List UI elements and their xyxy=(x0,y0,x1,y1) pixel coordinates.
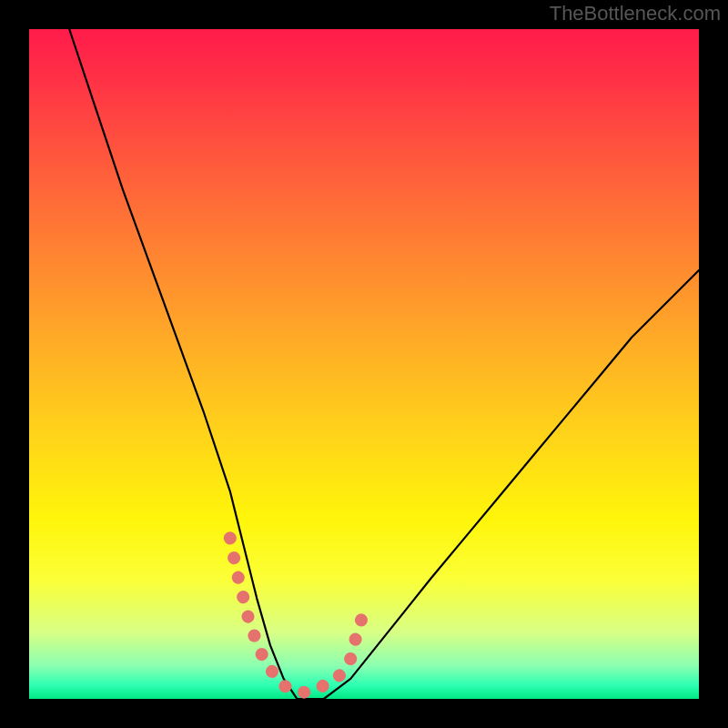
chart-frame: TheBottleneck.com xyxy=(0,0,728,728)
optimal-range-marker xyxy=(230,538,364,692)
chart-svg xyxy=(29,29,699,699)
watermark-text: TheBottleneck.com xyxy=(550,2,721,25)
plot-area xyxy=(29,29,699,699)
bottleneck-curve xyxy=(69,29,699,699)
